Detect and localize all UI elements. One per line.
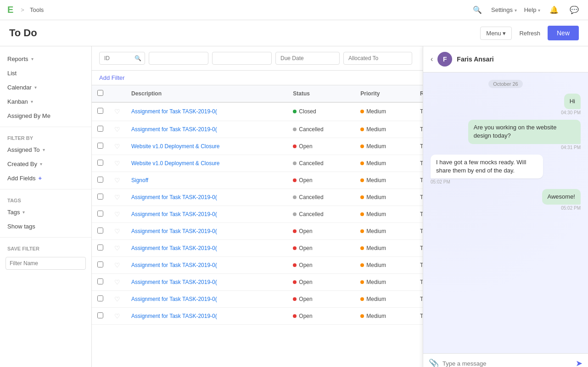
refresh-button[interactable]: Refresh xyxy=(515,27,544,39)
chat-message-input[interactable] xyxy=(442,360,572,367)
row-checkbox[interactable] xyxy=(97,143,103,149)
status-dot xyxy=(293,297,297,301)
favorite-icon[interactable]: ♡ xyxy=(114,295,120,303)
sidebar-item-assigned-by-me[interactable]: Assigned By Me xyxy=(0,109,91,123)
sidebar-item-show-tags[interactable]: Show tags xyxy=(0,219,91,234)
chat-back-button[interactable]: ‹ xyxy=(431,55,433,63)
priority-dot xyxy=(360,145,364,148)
priority-dot xyxy=(360,229,364,233)
filter-input-2[interactable] xyxy=(149,52,208,65)
row-checkbox[interactable] xyxy=(97,261,103,267)
row-checkbox[interactable] xyxy=(97,177,103,183)
row-checkbox[interactable] xyxy=(97,108,103,114)
filter-by-section-title: FILTER BY xyxy=(0,131,91,143)
sidebar-item-calendar[interactable]: Calendar ▾ xyxy=(0,80,91,95)
row-checkbox[interactable] xyxy=(97,295,103,301)
select-all-checkbox[interactable] xyxy=(97,90,103,96)
chat-nav-button[interactable]: 💬 xyxy=(568,4,581,16)
row-checkbox[interactable] xyxy=(97,245,103,250)
status-dot xyxy=(293,145,297,148)
status-dot xyxy=(293,195,297,199)
tags-section-title: TAGS xyxy=(0,193,91,205)
filter-name-input[interactable] xyxy=(6,257,86,270)
row-description[interactable]: Signoff xyxy=(126,172,287,189)
row-checkbox[interactable] xyxy=(97,312,103,318)
row-checkbox[interactable] xyxy=(97,211,103,217)
favorite-icon[interactable]: ♡ xyxy=(114,245,120,252)
row-description[interactable]: Assignment for Task TASK-2019-0( xyxy=(126,273,287,290)
row-description[interactable]: Assignment for Task TASK-2019-0( xyxy=(126,290,287,307)
row-description[interactable]: Website v1.0 Deployment & Closure xyxy=(126,155,287,172)
chat-panel: ‹ F Faris Ansari October 26 Hi 04:30 PM … xyxy=(423,46,588,367)
chat-message: Awesome! 05:02 PM xyxy=(542,189,581,211)
priority-dot xyxy=(360,110,364,113)
row-checkbox[interactable] xyxy=(97,278,103,284)
priority-dot xyxy=(360,128,364,131)
row-checkbox[interactable] xyxy=(97,194,103,200)
add-filter-button[interactable]: Add Filter xyxy=(99,74,125,81)
row-checkbox[interactable] xyxy=(97,160,103,166)
menu-button[interactable]: Menu ▾ xyxy=(480,27,512,40)
settings-menu[interactable]: Settings ▾ xyxy=(491,6,517,13)
favorite-icon[interactable]: ♡ xyxy=(114,278,120,286)
chat-user-avatar: F xyxy=(437,52,452,67)
favorite-icon[interactable]: ♡ xyxy=(114,312,120,320)
favorite-icon[interactable]: ♡ xyxy=(114,194,120,201)
row-description[interactable]: Assignment for Task TASK-2019-0( xyxy=(126,307,287,324)
sidebar-item-reports[interactable]: Reports ▾ xyxy=(0,52,91,66)
col-header-description: Description xyxy=(126,85,287,102)
row-status: Open xyxy=(287,273,355,290)
due-date-filter-input[interactable] xyxy=(275,52,340,65)
new-button[interactable]: New xyxy=(548,26,579,40)
row-checkbox[interactable] xyxy=(97,126,103,132)
breadcrumb-tools[interactable]: Tools xyxy=(30,6,44,13)
favorite-icon[interactable]: ♡ xyxy=(114,160,120,167)
help-menu[interactable]: Help ▾ xyxy=(524,6,540,13)
row-checkbox[interactable] xyxy=(97,228,103,234)
favorite-icon[interactable]: ♡ xyxy=(114,261,120,269)
row-description[interactable]: Website v1.0 Deployment & Closure xyxy=(126,138,287,155)
row-description[interactable]: Assignment for Task TASK-2019-0( xyxy=(126,189,287,206)
status-dot xyxy=(293,280,297,284)
attach-button[interactable]: 📎 xyxy=(429,358,439,367)
row-priority: Medium xyxy=(355,155,414,172)
favorite-icon[interactable]: ♡ xyxy=(114,211,120,218)
row-description[interactable]: Assignment for Task TASK-2019-0( xyxy=(126,102,287,121)
row-description[interactable]: Assignment for Task TASK-2019-0( xyxy=(126,206,287,222)
id-search-icon: 🔍 xyxy=(134,55,141,61)
row-description[interactable]: Assignment for Task TASK-2019-0( xyxy=(126,222,287,239)
notifications-button[interactable]: 🔔 xyxy=(548,4,560,16)
row-priority: Medium xyxy=(355,256,414,273)
row-status: Open xyxy=(287,172,355,189)
content-area: 🔍 Add Filter Last Modified On ⬇ xyxy=(92,46,588,367)
status-dot xyxy=(293,178,297,182)
sidebar-item-kanban[interactable]: Kanban ▾ xyxy=(0,95,91,109)
message-bubble: Awesome! xyxy=(542,189,581,205)
row-priority: Medium xyxy=(355,138,414,155)
page-title: To Do xyxy=(9,27,37,39)
row-priority: Medium xyxy=(355,172,414,189)
favorite-icon[interactable]: ♡ xyxy=(114,126,120,133)
status-dot xyxy=(293,110,297,113)
search-button[interactable]: 🔍 xyxy=(471,4,484,16)
row-description[interactable]: Assignment for Task TASK-2019-0( xyxy=(126,121,287,138)
send-button[interactable]: ➤ xyxy=(576,358,582,367)
help-dropdown-arrow: ▾ xyxy=(538,8,540,13)
favorite-icon[interactable]: ♡ xyxy=(114,143,120,150)
favorite-icon[interactable]: ♡ xyxy=(114,177,120,184)
allocated-to-filter-input[interactable] xyxy=(343,52,412,65)
sidebar-item-list[interactable]: List xyxy=(0,66,91,80)
message-time: 05:02 PM xyxy=(561,206,581,211)
row-description[interactable]: Assignment for Task TASK-2019-0( xyxy=(126,256,287,273)
sidebar-item-created-by[interactable]: Created By ▾ xyxy=(0,157,91,171)
favorite-icon[interactable]: ♡ xyxy=(114,108,120,115)
sidebar-item-assigned-to[interactable]: Assigned To ▾ xyxy=(0,143,91,157)
filter-input-3[interactable] xyxy=(212,52,272,65)
priority-dot xyxy=(360,212,364,216)
sidebar-item-add-fields[interactable]: Add Fields + xyxy=(0,171,91,185)
row-description[interactable]: Assignment for Task TASK-2019-0( xyxy=(126,239,287,256)
add-fields-plus-icon: + xyxy=(38,175,42,182)
favorite-icon[interactable]: ♡ xyxy=(114,228,120,235)
chat-user-name: Faris Ansari xyxy=(457,56,493,63)
sidebar-item-tags[interactable]: Tags ▾ xyxy=(0,205,91,219)
